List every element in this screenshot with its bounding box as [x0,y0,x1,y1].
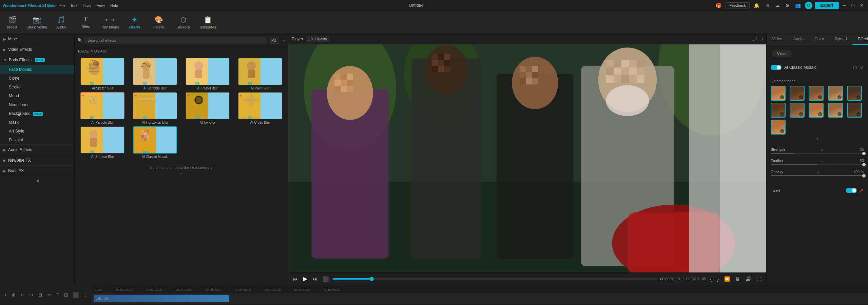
more-options-icon[interactable]: ⋯ [281,38,285,43]
effect-ai-cross-blur[interactable]: ♥ AI Cross Blur [235,92,285,124]
subtitle-icon[interactable]: ⊞ [63,291,70,298]
feather-thumb[interactable] [862,163,866,166]
settings-icon[interactable]: ⚙ [784,2,791,9]
panel-item-stroke[interactable]: Stroke [0,83,74,92]
tab-video[interactable]: Video [767,34,788,45]
tab-effects[interactable]: Effects [852,34,868,45]
tab-audio[interactable]: Audio [788,34,809,45]
screen-icon[interactable]: 🖥 [734,276,741,282]
tab-speed[interactable]: Speed [830,34,852,45]
close-icon[interactable]: ✕ [859,2,865,9]
quality-select[interactable]: Full Quality [306,36,329,42]
section-body-effects-header[interactable]: ▼ Body Effects NEW [0,55,74,65]
magnet-icon[interactable]: ⊕ [10,291,17,298]
opacity-slider[interactable] [771,175,864,176]
effect-ai-ink-blur[interactable]: ♥ AI Ink Blur [182,92,233,124]
monitor-icon[interactable]: 🖥 [764,2,771,9]
tab-color[interactable]: Color [809,34,830,45]
skip-back-button[interactable]: ⏮ [292,276,299,282]
face-thumb-2[interactable]: ✓ [790,86,805,101]
menu-help[interactable]: Help [110,3,118,7]
panel-item-art-style[interactable]: Art Style [0,127,74,136]
face-thumb-10[interactable]: ✓ [847,103,862,118]
effect-ai-paint-blur[interactable]: AI Paint Blur [235,58,285,90]
group-icon[interactable]: ⬛ [72,291,80,298]
redo-icon[interactable]: ↪ [28,291,35,298]
delete-icon[interactable]: 🗑 [37,291,44,298]
menu-tools[interactable]: Tools [83,3,92,7]
collapse-panel-button[interactable]: ◀ [0,176,74,185]
face-thumb-4[interactable]: ✓ [828,86,843,101]
section-mine-header[interactable]: ▶ Mine [0,34,74,44]
menu-view[interactable]: View [97,3,105,7]
effect-ai-particle-blur[interactable]: ♥ AI Particle Blur [77,92,128,124]
volume-icon[interactable]: 🔊 [744,276,753,282]
tool-stickers[interactable]: ⬡ Stickers [171,11,195,34]
search-input[interactable] [84,37,267,44]
menu-file[interactable]: File [59,3,65,7]
panel-item-background[interactable]: Background NEW [0,109,74,118]
people-icon[interactable]: 👥 [794,2,802,9]
face-thumb-7[interactable]: ✓ [790,103,805,118]
add-to-timeline-button[interactable]: ⏩ [723,276,731,282]
effect-ai-scribble-blur[interactable]: AI Scribble Blur [130,58,180,90]
maximize-icon[interactable]: □ [850,2,856,9]
user-avatar[interactable]: U [805,2,812,9]
copy-icon[interactable]: ⊡ [853,65,857,70]
reset-icon[interactable]: ↺ [860,65,864,70]
feather-slider[interactable] [771,164,864,165]
skip-forward-button[interactable]: ⏭ [311,276,319,282]
effect-ai-classic-mosaic[interactable]: AI Classic Mosaic [130,126,180,159]
strength-keyframe-icon[interactable]: ◇ [821,148,824,151]
cut-icon[interactable]: ✂ [46,291,53,298]
notification-icon[interactable]: 🔔 [752,2,761,9]
tool-stock-media[interactable]: 📷 Stock Media [24,11,49,34]
text-icon[interactable]: T [55,291,61,298]
filter-all-button[interactable]: All [269,37,279,44]
effect-ai-horizontal-blur[interactable]: ♥ AI Horizontal Blur [130,92,180,124]
face-thumb-1[interactable]: ✓ [771,86,786,101]
mark-in-button[interactable]: { [709,276,713,282]
tool-filters[interactable]: 🎨 Filters [147,11,171,34]
mark-out-button[interactable]: } [716,276,720,282]
feather-keyframe-icon[interactable]: ◇ [820,159,823,163]
crop-icon[interactable]: ⊡ [759,37,763,41]
export-button[interactable]: Export [815,2,839,9]
strength-thumb[interactable] [862,152,866,155]
panel-item-neon-lines[interactable]: Neon Lines [0,100,74,109]
panel-item-mood[interactable]: Mood [0,92,74,100]
tool-media[interactable]: 🎬 Media [0,11,24,34]
add-media-icon[interactable]: + [3,291,8,298]
face-thumb-6[interactable]: ✓ [771,103,786,118]
fullscreen-btn[interactable]: ⛶ [755,276,763,282]
play-button[interactable]: ▶ [302,275,309,283]
invert-toggle[interactable] [846,188,857,193]
section-boris-header[interactable]: ▶ Boris FX [0,166,74,176]
effect-ai-surface-blur[interactable]: AI Surface Blur [77,126,128,159]
stop-button[interactable]: ⬛ [322,276,330,282]
split-icon[interactable]: ⋮ [82,291,90,298]
section-newblue-header[interactable]: ▶ NewBlue FX [0,155,74,165]
face-thumb-5[interactable]: ✓ [847,86,862,101]
minimize-icon[interactable]: ─ [842,2,848,9]
section-video-effects-header[interactable]: ▶ Video Effects [0,44,74,55]
opacity-keyframe-icon[interactable]: ◇ [817,170,820,174]
tool-effects[interactable]: ✦ Effects [122,11,147,34]
cloud-icon[interactable]: ☁ [774,2,781,9]
section-audio-effects-header[interactable]: ▶ Audio Effects [0,145,74,155]
menu-edit[interactable]: Edit [71,3,77,7]
strength-slider[interactable] [771,153,864,154]
tool-titles[interactable]: T Titles [73,11,98,34]
panel-item-clone[interactable]: Clone [0,74,74,83]
tool-transitions[interactable]: ⟷ Transitions [98,11,122,34]
effect-ai-sketch-blur[interactable]: AI Sketch Blur [77,58,128,90]
feedback-button[interactable]: Feedback [726,2,749,8]
panel-item-face-mosaic[interactable]: Face Mosaic [0,65,74,74]
video-clip[interactable]: Video Clip [94,295,229,302]
undo-icon[interactable]: ↩ [19,291,26,298]
effect-toggle[interactable] [771,65,782,70]
tool-audio[interactable]: 🎵 Audio [49,11,73,34]
gift-icon[interactable]: 🎁 [714,2,723,9]
progress-thumb[interactable] [370,277,374,281]
face-thumb-8[interactable]: ✓ [809,103,824,118]
